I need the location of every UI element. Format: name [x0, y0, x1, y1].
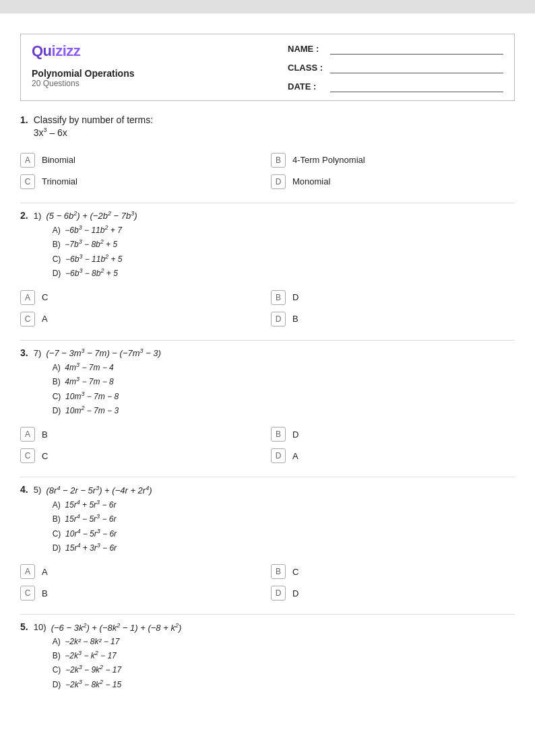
q1-choices: A Binomial B 4-Term Polynomial C Trinomi…: [20, 153, 515, 189]
q4-choices: A A B C C B D D: [20, 564, 515, 600]
question-1: 1. Classify by number of terms: 3x3 – 6x…: [20, 114, 515, 189]
header-right: NAME : CLASS : DATE :: [288, 42, 503, 92]
date-label: DATE :: [288, 81, 325, 92]
content: 1. Classify by number of terms: 3x3 – 6x…: [0, 108, 535, 725]
q2-box-b: B: [271, 290, 286, 305]
q1-choice-c[interactable]: C Trinomial: [20, 174, 264, 189]
header-left: Quizizz Polynomial Operations 20 Questio…: [32, 42, 134, 88]
q2-box-c: C: [20, 312, 35, 327]
q4-label-d: D: [292, 588, 298, 598]
q2-options: A) −6b3 − 11b2 + 7 B) −7b3 − 8b2 + 5 C) …: [53, 223, 137, 281]
question-2: 2. 1) (5 − 6b2) + (−2b2 − 7b3) A) −6b3 −…: [20, 210, 515, 327]
q4-label-c: B: [42, 588, 48, 598]
q4-choice-d[interactable]: D D: [271, 586, 515, 600]
q3-box-c: C: [20, 448, 35, 463]
q1-expr: 3x3 – 6x: [34, 127, 153, 138]
page: Quizizz Polynomial Operations 20 Questio…: [0, 13, 535, 756]
q4-options: A) 15r4 + 5r3 − 6r B) 15r4 − 5r3 − 6r C)…: [53, 497, 152, 555]
q1-text: Classify by number of terms:: [34, 114, 153, 125]
q3-choice-c[interactable]: C C: [20, 448, 264, 463]
q1-box-a: A: [20, 153, 35, 168]
question-3: 3. 7) (−7 − 3m3 − 7m) − (−7m3 − 3) A) 4m…: [20, 347, 515, 464]
q4-choice-a[interactable]: A A: [20, 564, 264, 579]
header: Quizizz Polynomial Operations 20 Questio…: [20, 34, 515, 101]
q4-qnum-expr: 5) (8r4 − 2r − 5r3) + (−4r + 2r4): [34, 484, 152, 495]
q2-choice-c[interactable]: C A: [20, 312, 264, 327]
question-4: 4. 5) (8r4 − 2r − 5r3) + (−4r + 2r4) A) …: [20, 484, 515, 600]
q2-label-d: B: [292, 314, 298, 324]
q2-number: 2.: [20, 210, 28, 221]
q1-label-c: Trinomial: [42, 176, 77, 186]
q1-choice-b[interactable]: B 4-Term Polynomial: [271, 153, 515, 168]
q1-label-b: 4-Term Polynomial: [292, 155, 365, 165]
q4-choice-c[interactable]: C B: [20, 586, 264, 600]
q1-label-a: Binomial: [42, 155, 75, 165]
q3-choice-b[interactable]: B D: [271, 427, 515, 442]
q3-choice-a[interactable]: A B: [20, 427, 264, 442]
class-label: CLASS :: [288, 63, 325, 73]
q3-box-b: B: [271, 427, 286, 442]
date-field-row: DATE :: [288, 80, 503, 92]
q4-box-a: A: [20, 564, 35, 579]
q1-label-d: Monomial: [292, 176, 330, 186]
q5-options: A) −2k² − 8k² − 17 B) −2k3 − k2 − 17 C) …: [53, 635, 182, 692]
q2-label-b: D: [292, 292, 298, 302]
q2-box-a: A: [20, 290, 35, 305]
q2-choices: A C B D C A D B: [20, 290, 515, 327]
q4-label-a: A: [42, 567, 48, 577]
q1-number: 1.: [20, 114, 28, 125]
q3-box-d: D: [271, 448, 286, 463]
q2-qnum-expr: 1) (5 − 6b2) + (−2b2 − 7b3): [34, 210, 137, 221]
q3-label-b: D: [292, 429, 298, 440]
q2-box-d: D: [271, 312, 286, 327]
name-line[interactable]: [330, 42, 503, 55]
q2-label-c: A: [42, 314, 48, 324]
q4-label-b: C: [292, 567, 298, 577]
q1-box-c: C: [20, 174, 35, 189]
name-field-row: NAME :: [288, 42, 503, 55]
quiz-title: Polynomial Operations: [32, 68, 134, 79]
logo: Quizizz: [32, 42, 134, 60]
class-field-row: CLASS :: [288, 61, 503, 73]
q2-label-a: C: [42, 292, 48, 302]
q3-box-a: A: [20, 427, 35, 442]
date-line[interactable]: [330, 80, 503, 92]
q2-choice-a[interactable]: A C: [20, 290, 264, 305]
q5-number: 5.: [20, 621, 28, 632]
q3-qnum-expr: 7) (−7 − 3m3 − 7m) − (−7m3 − 3): [34, 347, 161, 358]
q1-choice-a[interactable]: A Binomial: [20, 153, 264, 168]
class-line[interactable]: [330, 61, 503, 73]
q3-choices: A B B D C C D A: [20, 427, 515, 463]
q4-number: 4.: [20, 484, 28, 495]
q3-options: A) 4m3 − 7m − 4 B) 4m3 − 7m − 8 C) 10m3 …: [53, 360, 161, 418]
q2-choice-d[interactable]: D B: [271, 312, 515, 327]
q3-label-c: C: [42, 451, 48, 461]
q1-choice-d[interactable]: D Monomial: [271, 174, 515, 189]
q1-box-d: D: [271, 174, 286, 189]
q3-number: 3.: [20, 347, 28, 358]
q4-choice-b[interactable]: B C: [271, 564, 515, 579]
q5-qnum-expr: 10) (−6 − 3k2) + (−8k2 − 1) + (−8 + k2): [34, 621, 182, 632]
q3-label-d: A: [292, 451, 298, 461]
quiz-subtitle: 20 Questions: [32, 79, 134, 88]
name-label: NAME :: [288, 44, 325, 54]
q4-box-b: B: [271, 564, 286, 579]
q4-box-c: C: [20, 586, 35, 600]
q4-box-d: D: [271, 586, 286, 600]
q3-label-a: B: [42, 429, 48, 440]
q2-choice-b[interactable]: B D: [271, 290, 515, 305]
q1-box-b: B: [271, 153, 286, 168]
question-5: 5. 10) (−6 − 3k2) + (−8k2 − 1) + (−8 + k…: [20, 621, 515, 691]
q3-choice-d[interactable]: D A: [271, 448, 515, 463]
